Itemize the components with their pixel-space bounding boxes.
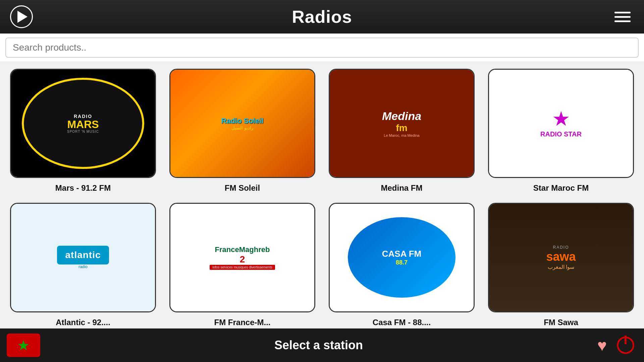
heart-icon[interactable]: ♥ <box>590 334 614 357</box>
station-label-casa: Casa FM - 88.... <box>373 318 431 327</box>
play-icon[interactable] <box>10 5 33 28</box>
select-station-label: Select a station <box>40 338 590 352</box>
station-label-france: FM France-M... <box>214 318 270 327</box>
stations-grid: RADIO MARS SPORT 'N MUSIC Mars - 91.2 FM… <box>0 62 644 328</box>
station-logo-medina: Medina fm Le Maroc, ma Medina <box>329 69 475 178</box>
station-logo-star: ★ RADIO STAR <box>488 69 634 178</box>
heart-symbol: ♥ <box>597 336 607 355</box>
menu-icon[interactable] <box>611 8 634 25</box>
station-label-mars: Mars - 91.2 FM <box>55 183 111 193</box>
flag-star-icon: ★ <box>17 337 30 354</box>
app-header: Radios <box>0 0 644 34</box>
page-title: Radios <box>292 7 352 27</box>
station-logo-mars: RADIO MARS SPORT 'N MUSIC <box>10 69 156 178</box>
station-label-star: Star Maroc FM <box>533 183 589 193</box>
station-card-sawa[interactable]: RADIO sawa سوا المغرب FM Sawa <box>488 203 634 327</box>
station-label-sawa: FM Sawa <box>544 318 578 327</box>
station-card-star[interactable]: ★ RADIO STAR Star Maroc FM <box>488 69 634 193</box>
station-logo-soleil: Radio Soleil راديو السيل <box>169 69 315 178</box>
station-logo-france: FranceMaghreb 2 infos services musiques … <box>169 203 315 312</box>
station-logo-atlantic: atlantic radio <box>10 203 156 312</box>
station-logo-casa: CASA FM 88.7 <box>329 203 475 312</box>
station-card-atlantic[interactable]: atlantic radio Atlantic - 92.... <box>10 203 156 327</box>
station-card-medina[interactable]: Medina fm Le Maroc, ma Medina Medina FM <box>329 69 475 193</box>
search-container <box>0 34 644 62</box>
station-logo-sawa: RADIO sawa سوا المغرب <box>488 203 634 312</box>
flag-button[interactable]: ★ <box>7 334 40 357</box>
station-label-soleil: FM Soleil <box>225 183 260 193</box>
station-card-casa[interactable]: CASA FM 88.7 Casa FM - 88.... <box>329 203 475 327</box>
station-label-medina: Medina FM <box>381 183 423 193</box>
power-button-shape <box>617 337 634 354</box>
power-icon[interactable] <box>614 334 637 357</box>
station-card-mars[interactable]: RADIO MARS SPORT 'N MUSIC Mars - 91.2 FM <box>10 69 156 193</box>
station-label-atlantic: Atlantic - 92.... <box>56 318 110 327</box>
station-card-france[interactable]: FranceMaghreb 2 infos services musiques … <box>169 203 315 327</box>
search-input[interactable] <box>5 38 639 58</box>
bottom-bar: ★ Select a station ♥ <box>0 328 644 362</box>
station-card-soleil[interactable]: Radio Soleil راديو السيل FM Soleil <box>169 69 315 193</box>
